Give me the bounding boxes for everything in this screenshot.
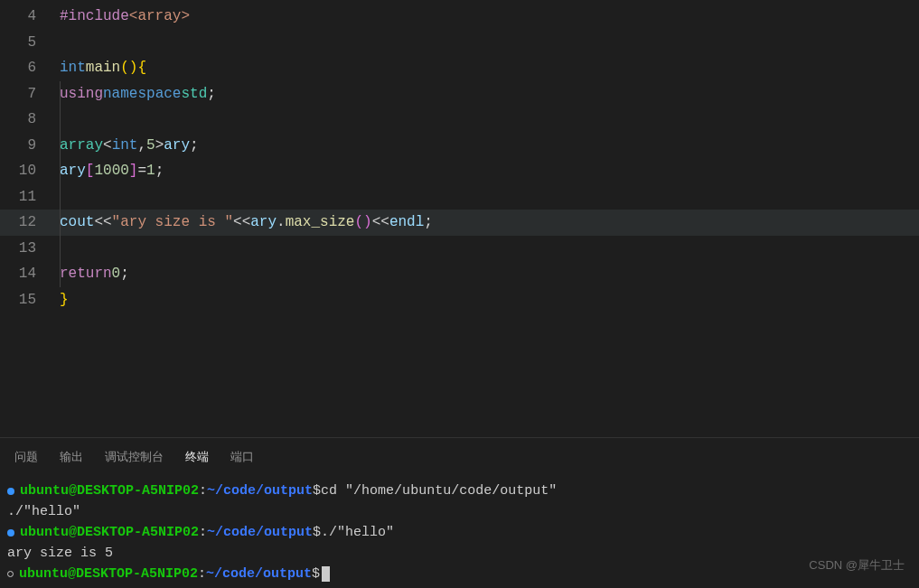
terminal-user: ubuntu@DESKTOP-A5NIP02 xyxy=(19,564,198,584)
tab-problems[interactable]: 问题 xyxy=(14,445,38,472)
parens: () xyxy=(354,210,371,236)
tab-ports[interactable]: 端口 xyxy=(230,445,254,472)
colon: : xyxy=(198,564,206,584)
code-line[interactable]: 10 ary[1000] = 1; xyxy=(0,158,919,184)
code-line[interactable]: 5 xyxy=(0,30,919,56)
code-editor[interactable]: 4 #include <array> 5 6 int main() { 7 us… xyxy=(0,0,919,313)
type: int xyxy=(112,133,138,159)
terminal-path: ~/code/output xyxy=(206,564,312,584)
bracket: ] xyxy=(129,158,138,184)
code-line[interactable]: 7 using namespace std; xyxy=(0,81,919,107)
line-number: 8 xyxy=(0,107,60,133)
brace: { xyxy=(137,55,146,81)
semicolon: ; xyxy=(155,158,164,184)
terminal-user: ubuntu@DESKTOP-A5NIP02 xyxy=(20,481,199,501)
terminal-cursor[interactable] xyxy=(322,566,330,582)
identifier: endl xyxy=(389,210,424,236)
namespace: std xyxy=(181,81,207,107)
terminal-output: ary size is 5 xyxy=(7,543,113,564)
operator: << xyxy=(233,210,250,236)
string: "ary size is " xyxy=(112,210,233,236)
line-number: 14 xyxy=(0,261,60,287)
line-number: 9 xyxy=(0,133,60,159)
line-number: 10 xyxy=(0,158,60,184)
line-number: 13 xyxy=(0,236,60,262)
terminal-line: ubuntu@DESKTOP-A5NIP02:~/code/output$ xyxy=(7,564,912,584)
line-number: 7 xyxy=(0,81,60,107)
variable: ary xyxy=(250,210,277,236)
method: max_size xyxy=(286,210,355,236)
operator: << xyxy=(372,210,389,236)
terminal-path: ~/code/output xyxy=(207,481,313,501)
tab-terminal[interactable]: 终端 xyxy=(185,445,209,473)
dollar: $ xyxy=(313,522,321,543)
angle: > xyxy=(155,133,164,159)
code-line[interactable]: 6 int main() { xyxy=(0,55,919,81)
terminal-output: ./"hello" xyxy=(7,501,80,522)
prompt-dot-icon xyxy=(7,488,14,495)
line-number: 12 xyxy=(0,210,60,236)
number: 1000 xyxy=(94,158,128,184)
code-line[interactable]: 9 array<int, 5> ary; xyxy=(0,133,919,159)
line-number: 5 xyxy=(0,30,60,56)
terminal-user: ubuntu@DESKTOP-A5NIP02 xyxy=(20,522,199,543)
colon: : xyxy=(199,522,207,543)
line-number: 15 xyxy=(0,287,60,313)
code-line-active[interactable]: 12 cout << "ary size is " << ary.max_siz… xyxy=(0,210,919,236)
function-name: main xyxy=(86,55,120,81)
parens: () xyxy=(120,55,137,81)
code-line[interactable]: 11 xyxy=(0,184,919,210)
terminal-line: ary size is 5 xyxy=(7,543,912,564)
semicolon: ; xyxy=(190,133,199,159)
variable: ary xyxy=(60,158,86,184)
panel-tabs: 问题 输出 调试控制台 终端 端口 xyxy=(0,437,919,471)
code-line[interactable]: 13 xyxy=(0,236,919,262)
watermark: CSDN @犀牛卫士 xyxy=(809,557,905,574)
keyword: int xyxy=(60,55,86,81)
dollar: $ xyxy=(313,481,321,501)
operator: << xyxy=(94,210,111,236)
line-number: 6 xyxy=(0,55,60,81)
number: 0 xyxy=(112,261,121,287)
terminal-line: ubuntu@DESKTOP-A5NIP02:~/code/output$ ./… xyxy=(7,522,912,543)
keyword: using xyxy=(60,81,103,107)
line-number: 11 xyxy=(0,184,60,210)
code-line[interactable]: 8 xyxy=(0,107,919,133)
keyword: namespace xyxy=(103,81,181,107)
code-line[interactable]: 14 return 0; xyxy=(0,261,919,287)
identifier: cout xyxy=(60,210,94,236)
code-line[interactable]: 15 } xyxy=(0,287,919,313)
tab-debug-console[interactable]: 调试控制台 xyxy=(105,445,164,472)
terminal-command: ./"hello" xyxy=(321,522,394,543)
terminal-line: ./"hello" xyxy=(7,501,912,522)
editor-empty-space[interactable] xyxy=(0,313,919,437)
line-number: 4 xyxy=(0,4,60,30)
number: 5 xyxy=(146,133,155,159)
keyword: return xyxy=(60,261,112,287)
terminal-command: cd "/home/ubuntu/code/output" xyxy=(321,481,557,501)
code-line[interactable]: 4 #include <array> xyxy=(0,4,919,30)
prompt-dot-icon xyxy=(7,571,14,577)
terminal-path: ~/code/output xyxy=(207,522,313,543)
tab-output[interactable]: 输出 xyxy=(60,445,83,472)
semicolon: ; xyxy=(120,261,129,287)
comma: , xyxy=(137,133,146,159)
colon: : xyxy=(199,481,207,501)
terminal-panel[interactable]: ubuntu@DESKTOP-A5NIP02:~/code/output$ cd… xyxy=(0,471,919,588)
include-path: <array> xyxy=(129,4,190,30)
bracket: [ xyxy=(86,158,95,184)
dot: . xyxy=(277,210,286,236)
variable: ary xyxy=(164,133,190,159)
number: 1 xyxy=(146,158,155,184)
prompt-dot-icon xyxy=(7,529,14,537)
angle: < xyxy=(103,133,112,159)
terminal-line: ubuntu@DESKTOP-A5NIP02:~/code/output$ cd… xyxy=(7,481,912,501)
dollar: $ xyxy=(312,564,320,584)
brace: } xyxy=(60,287,69,313)
preprocessor: #include xyxy=(60,4,129,30)
semicolon: ; xyxy=(424,210,433,236)
type: array xyxy=(60,133,103,159)
semicolon: ; xyxy=(207,81,216,107)
operator: = xyxy=(137,158,146,184)
